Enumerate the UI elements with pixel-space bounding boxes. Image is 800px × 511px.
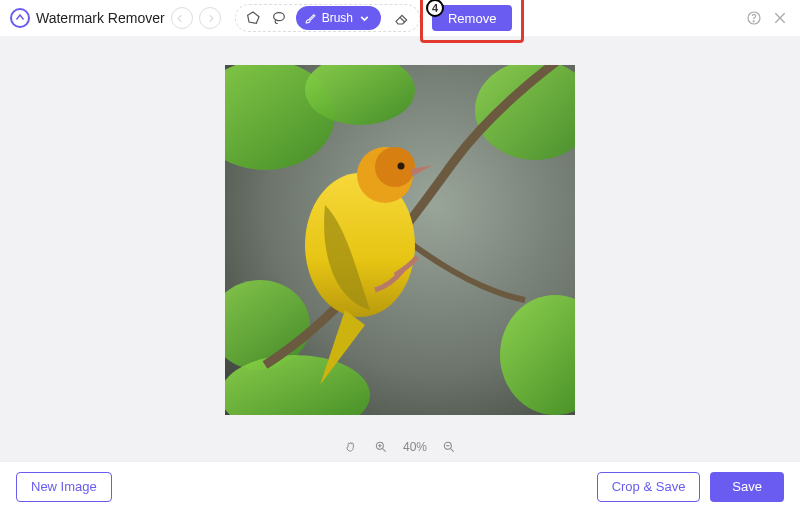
save-button[interactable]: Save xyxy=(710,472,784,502)
polygon-select-icon[interactable] xyxy=(244,9,262,27)
close-icon[interactable] xyxy=(770,8,790,28)
zoom-out-icon[interactable] xyxy=(441,439,457,455)
help-icon[interactable] xyxy=(744,8,764,28)
eraser-icon[interactable] xyxy=(393,9,411,27)
svg-point-12 xyxy=(375,147,415,187)
zoom-controls: 40% xyxy=(0,433,800,461)
bottom-bar: New Image Crop & Save Save xyxy=(0,461,800,511)
svg-point-0 xyxy=(273,13,284,21)
zoom-in-icon[interactable] xyxy=(373,439,389,455)
new-image-button[interactable]: New Image xyxy=(16,472,112,502)
selection-tools-group: Brush xyxy=(235,4,420,32)
svg-point-2 xyxy=(753,21,754,22)
chevron-down-icon xyxy=(358,12,371,25)
pan-hand-icon[interactable] xyxy=(343,439,359,455)
brush-tool-button[interactable]: Brush xyxy=(296,6,381,30)
svg-point-13 xyxy=(398,162,405,169)
working-image[interactable] xyxy=(225,65,575,415)
remove-button[interactable]: Remove xyxy=(432,5,512,31)
undo-button[interactable] xyxy=(171,7,193,29)
top-toolbar: Watermark Remover Brush Remove 4 xyxy=(0,0,800,36)
zoom-level: 40% xyxy=(403,440,427,454)
lasso-select-icon[interactable] xyxy=(270,9,288,27)
redo-button[interactable] xyxy=(199,7,221,29)
canvas-area xyxy=(0,36,800,433)
app-logo-icon xyxy=(10,8,30,28)
crop-and-save-button[interactable]: Crop & Save xyxy=(597,472,701,502)
brush-label: Brush xyxy=(322,11,353,25)
app-title: Watermark Remover xyxy=(36,10,165,26)
remove-button-wrapper: Remove 4 xyxy=(432,5,512,31)
